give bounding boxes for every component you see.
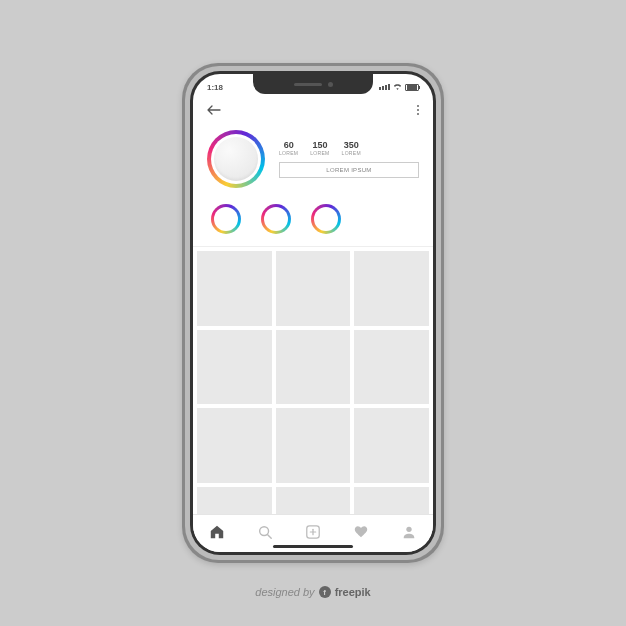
battery-icon (405, 84, 419, 91)
post-thumbnail[interactable] (276, 330, 351, 405)
stat-label: LOREM (279, 150, 298, 156)
heart-icon[interactable] (353, 524, 369, 540)
phone-frame-outer: 1:18 (182, 63, 444, 563)
attribution-prefix: designed by (255, 586, 314, 598)
highlights-row (193, 198, 433, 247)
profile-header: 60 LOREM 150 LOREM 350 LOREM (193, 124, 433, 198)
post-thumbnail[interactable] (197, 408, 272, 483)
profile-icon[interactable] (401, 524, 417, 540)
highlight-item[interactable] (261, 204, 291, 234)
highlight-item[interactable] (311, 204, 341, 234)
svg-line-1 (268, 534, 272, 538)
more-icon[interactable] (417, 105, 419, 115)
signal-icon (379, 84, 390, 90)
front-camera (328, 82, 333, 87)
post-thumbnail[interactable] (197, 330, 272, 405)
screen: 1:18 (193, 74, 433, 552)
post-thumbnail[interactable] (276, 487, 351, 514)
svg-point-5 (406, 526, 411, 531)
stat-value: 60 (284, 140, 294, 150)
post-thumbnail[interactable] (276, 251, 351, 326)
post-thumbnail[interactable] (276, 408, 351, 483)
stats-row: 60 LOREM 150 LOREM 350 LOREM (279, 140, 419, 156)
wifi-icon (393, 83, 402, 92)
stat-posts[interactable]: 60 LOREM (279, 140, 298, 156)
post-thumbnail[interactable] (197, 487, 272, 514)
stat-value: 350 (344, 140, 359, 150)
post-thumbnail[interactable] (197, 251, 272, 326)
attribution: designed by f freepik (255, 586, 370, 598)
profile-avatar[interactable] (207, 130, 265, 188)
nav-bar (193, 96, 433, 124)
freepik-logo-icon: f (319, 586, 331, 598)
add-post-icon[interactable] (305, 524, 321, 540)
phone-frame-mid: 1:18 (185, 66, 441, 560)
home-icon[interactable] (209, 524, 225, 540)
stat-label: LOREM (342, 150, 361, 156)
stat-following[interactable]: 350 LOREM (342, 140, 361, 156)
stat-followers[interactable]: 150 LOREM (310, 140, 329, 156)
status-indicators (379, 83, 419, 92)
speaker (294, 83, 322, 86)
profile-info: 60 LOREM 150 LOREM 350 LOREM (279, 140, 419, 178)
post-thumbnail[interactable] (354, 330, 429, 405)
attribution-brand: freepik (335, 586, 371, 598)
status-time: 1:18 (207, 83, 223, 92)
action-button[interactable]: LOREM IPSUM (279, 162, 419, 178)
back-icon[interactable] (207, 105, 221, 115)
stat-label: LOREM (310, 150, 329, 156)
phone-frame-inner: 1:18 (190, 71, 436, 555)
stat-value: 150 (312, 140, 327, 150)
home-indicator[interactable] (273, 545, 353, 548)
post-grid (193, 247, 433, 514)
highlight-item[interactable] (211, 204, 241, 234)
post-thumbnail[interactable] (354, 251, 429, 326)
notch (253, 74, 373, 94)
post-thumbnail[interactable] (354, 408, 429, 483)
search-icon[interactable] (257, 524, 273, 540)
post-thumbnail[interactable] (354, 487, 429, 514)
